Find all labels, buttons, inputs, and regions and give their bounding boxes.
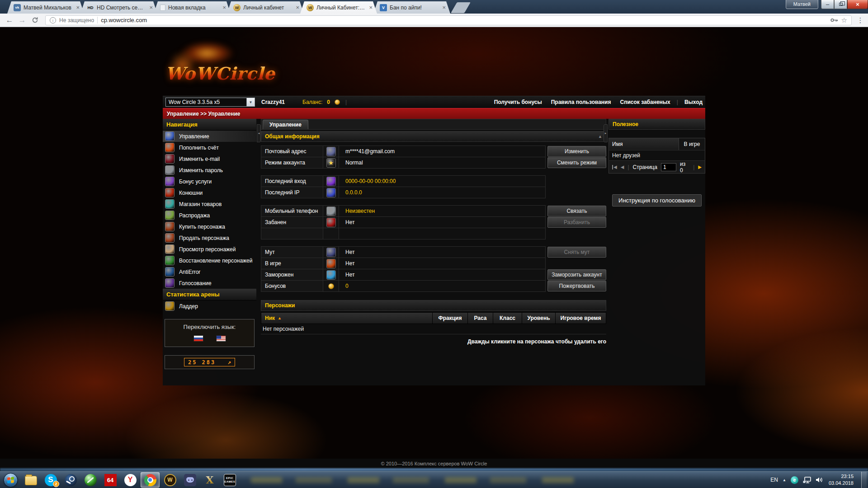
counter-banner[interactable]: 25 283 ↗	[165, 355, 255, 369]
sidebar-item[interactable]: Купить персонажа	[163, 221, 256, 232]
sidebar-item[interactable]: Бонус услуги	[163, 176, 256, 187]
chrome-taskbar-button[interactable]	[141, 472, 160, 488]
action-button[interactable]: Пожертвовать	[547, 281, 606, 291]
page-info-icon[interactable]: i	[50, 17, 56, 23]
url-text[interactable]: cp.wowcircle.com	[101, 17, 827, 23]
server-select[interactable]: Wow Circle 3.3.5a x5 ▼	[165, 98, 255, 107]
collapse-icon[interactable]: ▲	[598, 134, 602, 139]
new-tab-button[interactable]	[451, 2, 471, 13]
browser-tab[interactable]: Новая вкладка×	[154, 1, 231, 14]
english-flag-icon[interactable]	[216, 335, 226, 342]
page-label: Страница	[633, 164, 657, 170]
next-page-icon[interactable]: ▶	[698, 164, 702, 169]
column-header[interactable]: Уровень	[522, 313, 555, 324]
browser-tab[interactable]: HDHD Смотреть сериал Ворон×	[80, 1, 157, 14]
browser-tab[interactable]: WЛичный Кабинет: logon×	[300, 1, 377, 14]
wowcircle-logo[interactable]: WoWCircle	[165, 41, 269, 88]
column-header[interactable]: Фракция	[432, 313, 467, 324]
sidebar-item[interactable]: Магазин товаров	[163, 198, 256, 210]
action-button[interactable]: Изменить	[547, 146, 606, 157]
sidebar-item[interactable]: Конюшни	[163, 187, 256, 198]
prev-page-icon[interactable]: ◀	[621, 164, 624, 169]
column-header[interactable]: Игровое время	[555, 313, 606, 324]
info-value: 0	[339, 281, 545, 291]
browser64-taskbar-button[interactable]: 64	[101, 472, 120, 488]
sidebar-item[interactable]: Восстановление персонажей	[163, 255, 256, 266]
browser-menu-icon[interactable]: ⋮	[856, 16, 864, 24]
tab-close-icon[interactable]: ×	[148, 5, 154, 10]
security-label[interactable]: Не защищено	[59, 17, 94, 23]
column-header[interactable]: Класс	[493, 313, 522, 324]
browser-tab[interactable]: WЛичный кабинет×	[227, 1, 304, 14]
info-row-cells: Мобильный телефонНеизвестен	[261, 205, 546, 217]
start-button[interactable]	[0, 472, 21, 488]
sidebar-item[interactable]: Пополнить счёт	[163, 142, 256, 153]
info-row-cells: ЗамороженНет	[261, 269, 546, 281]
reload-button[interactable]	[29, 17, 41, 23]
column-header[interactable]: Раса	[467, 313, 493, 324]
forward-button[interactable]: →	[16, 16, 28, 24]
topbar-link[interactable]: Правила пользования	[551, 99, 611, 105]
action-button[interactable]: Заморозить аккаунт	[547, 269, 606, 280]
bookmark-star-icon[interactable]: ☆	[841, 16, 847, 24]
minimize-button[interactable]: –	[821, 0, 834, 9]
language-indicator[interactable]: EN	[770, 477, 778, 483]
first-page-icon[interactable]: ◀	[612, 165, 617, 169]
hd-icon: HD	[87, 4, 94, 11]
action-button[interactable]: Связать	[547, 206, 606, 216]
sidebar-item[interactable]: Изменить e-mail	[163, 153, 256, 164]
vote-instruction-button[interactable]: Инструкция по голосованию	[612, 194, 702, 206]
show-desktop-button[interactable]	[861, 472, 867, 488]
russian-flag-icon[interactable]	[193, 335, 203, 342]
address-bar[interactable]: i Не защищено cp.wowcircle.com ☆	[45, 15, 852, 25]
column-ingame[interactable]: В игре	[679, 138, 705, 150]
eset-antivirus-icon[interactable]: e	[791, 476, 798, 484]
discord-taskbar-button[interactable]	[180, 472, 199, 488]
collapse-left-panel-handle[interactable]: ◂	[257, 124, 261, 142]
topbar-link[interactable]: Выход	[684, 99, 703, 105]
key-icon[interactable]	[830, 18, 838, 23]
x-launcher-taskbar-button[interactable]: X	[200, 472, 219, 488]
site-container: WoWCircle Wow Circle 3.3.5a x5 ▼ Crazzy4…	[163, 27, 705, 385]
tab-close-icon[interactable]: ×	[222, 5, 227, 10]
volume-icon[interactable]	[816, 477, 823, 483]
taskbar-clock[interactable]: 23:15 03.04.2018	[829, 473, 854, 487]
tab-close-icon[interactable]: ×	[295, 5, 300, 10]
topbar-link[interactable]: Получить бонусы	[494, 99, 542, 105]
sidebar-item[interactable]: Изменить пароль	[163, 164, 256, 176]
sidebar-item[interactable]: Распродажа	[163, 210, 256, 221]
steam-taskbar-button[interactable]	[61, 472, 80, 488]
browser-tab[interactable]: vkМатвей Михальков×	[7, 1, 84, 14]
tab-management[interactable]: Управление	[263, 120, 308, 129]
page-input[interactable]	[661, 163, 676, 171]
action-button[interactable]: Сменить режим	[547, 157, 606, 168]
sidebar-item[interactable]: Просмотр персонажей	[163, 244, 256, 255]
tab-close-icon[interactable]: ×	[441, 5, 447, 10]
browser-tab[interactable]: VБан по айпи!×	[373, 1, 450, 14]
back-button[interactable]: ←	[4, 16, 15, 24]
tab-close-icon[interactable]: ×	[368, 5, 373, 10]
yandex-taskbar-button[interactable]: Y	[121, 472, 140, 488]
explorer-taskbar-button[interactable]	[21, 472, 40, 488]
wow-ring-taskbar-button[interactable]: W	[160, 472, 179, 488]
tray-expand-icon[interactable]: ▲	[783, 478, 786, 482]
column-nick[interactable]: Ник ▲	[261, 313, 432, 324]
info-block: Мобильный телефонНеизвестенСвязатьЗабане…	[261, 205, 606, 239]
skype-taskbar-button[interactable]: S2	[41, 472, 60, 488]
characters-table-header: Ник ▲ ФракцияРасаКлассУровеньИгровое вре…	[261, 312, 606, 324]
column-name[interactable]: Имя	[609, 138, 679, 150]
epic-games-taskbar-button[interactable]: EPICGAMES	[220, 472, 239, 488]
sidebar-item[interactable]: Голосование	[163, 277, 256, 289]
sidebar-item[interactable]: AntiError	[163, 266, 256, 277]
close-button[interactable]: ×	[847, 0, 868, 9]
collapse-right-panel-handle[interactable]: ▸	[604, 124, 608, 142]
network-icon[interactable]	[803, 477, 811, 483]
topbar-link[interactable]: Список забаненых	[620, 99, 670, 105]
profile-button[interactable]: Матвей	[786, 0, 818, 9]
sidebar-item[interactable]: Продать персонажа	[163, 232, 256, 244]
restore-button[interactable]	[834, 0, 847, 9]
tab-close-icon[interactable]: ×	[75, 5, 80, 10]
game-orb-taskbar-button[interactable]	[81, 472, 100, 488]
sidebar-item[interactable]: Управление	[163, 131, 256, 142]
sidebar-item[interactable]: Ладдер	[163, 300, 256, 312]
